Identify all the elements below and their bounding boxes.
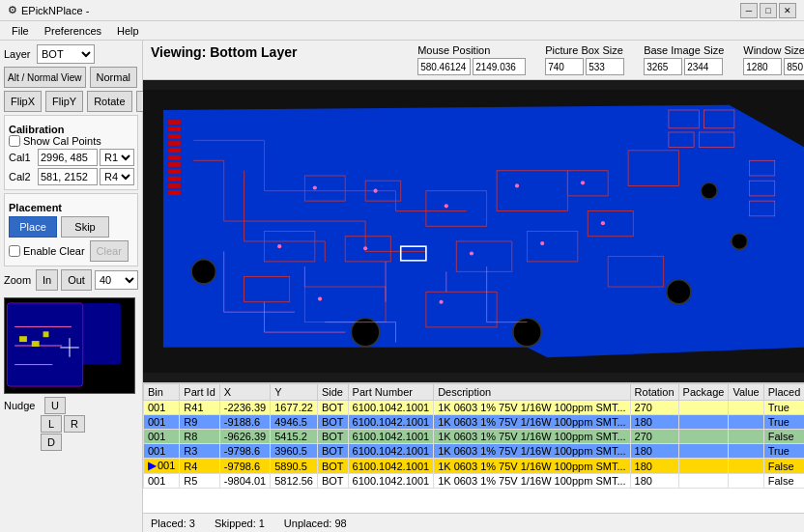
zoom-section: Zoom In Out 10203040506080100 [4,269,138,291]
col-header-partid: Part Id [180,384,219,401]
minimize-button[interactable]: ─ [740,3,758,18]
svg-point-43 [667,280,691,304]
base-h-input[interactable] [684,58,723,75]
view-title: Viewing: Bottom Layer [151,44,297,60]
close-button[interactable]: ✕ [779,3,796,18]
svg-rect-7 [32,341,40,347]
mouse-y-input[interactable] [473,58,526,75]
cell-value [729,459,763,474]
nudge-right-button[interactable]: R [64,415,85,433]
picture-size-label: Picture Box Size [545,44,624,56]
cell-package [678,430,729,444]
window-size-label: Window Size [743,44,804,56]
cell-x: -9798.6 [219,444,270,459]
alt-normal-button[interactable]: Alt / Normal View [4,67,86,88]
layer-select[interactable]: BOT TOP [37,44,95,64]
flipy-button[interactable]: FlipY [45,91,83,112]
cell-partnum: 6100.1042.1001 [348,430,434,444]
flip-row: FlipX FlipY Rotate label6 [4,91,138,112]
cal2-input[interactable] [38,168,98,185]
cell-rotation: 270 [630,401,678,415]
cell-y: 5890.5 [271,459,318,474]
cell-side: BOT [317,444,348,459]
zoom-in-button[interactable]: In [36,269,58,291]
cell-x: -9798.6 [219,459,270,474]
info-bar: Viewing: Bottom Layer Mouse Position Pic… [143,41,804,80]
svg-point-45 [732,234,748,250]
menu-help[interactable]: Help [109,23,147,39]
cal1-ref-select[interactable]: R1 [100,149,134,166]
rotate-button[interactable]: Rotate [87,91,131,112]
calibration-section: Calibration Show Cal Points Cal1 R1 Cal2… [4,115,138,190]
menu-file[interactable]: File [4,23,37,39]
pic-w-input[interactable] [545,58,584,75]
nudge-up-button[interactable]: U [44,397,66,414]
pcb-canvas-area[interactable] [143,80,804,382]
skip-button[interactable]: Skip [61,216,109,238]
svg-point-51 [470,251,474,255]
alt-normal-row: Alt / Normal View Normal [4,67,138,88]
mouse-x-input[interactable] [417,58,471,75]
table-row[interactable]: 001 R9 -9188.6 4946.5 BOT 6100.1042.1001… [144,415,805,430]
cell-desc: 1K 0603 1% 75V 1/16W 100ppm SMT... [434,474,630,489]
nudge-label-row: Nudge U [4,397,66,414]
zoom-select[interactable]: 10203040506080100 [95,270,138,290]
skipped-count: Skipped: 1 [215,518,265,529]
placement-header: Placement [9,202,133,213]
mouse-position-label: Mouse Position [417,44,526,56]
enable-clear-row: Enable Clear Clear [9,240,133,262]
maximize-button[interactable]: □ [760,3,777,18]
cal1-input[interactable] [38,149,98,166]
cell-bin: 001 [144,401,180,415]
cell-placed: True [763,401,804,415]
layer-label: Layer [4,48,33,60]
table-row[interactable]: 001 R8 -9626.39 5415.2 BOT 6100.1042.100… [144,430,805,444]
pcb-svg [143,80,804,382]
cell-value [729,415,763,430]
flipx-button[interactable]: FlipX [4,91,42,112]
mini-preview [4,297,135,394]
win-w-input[interactable] [743,58,782,75]
table-row[interactable]: 001 R3 -9798.6 3960.5 BOT 6100.1042.1001… [144,444,805,459]
svg-rect-16 [168,134,181,138]
cal2-ref-select[interactable]: R48 [100,168,134,185]
zoom-out-button[interactable]: Out [61,269,92,291]
cell-desc: 1K 0603 1% 75V 1/16W 100ppm SMT... [434,430,630,444]
cell-desc: 1K 0603 1% 75V 1/16W 100ppm SMT... [434,444,630,459]
col-header-desc: Description [434,384,630,401]
pic-h-input[interactable] [586,58,624,75]
menu-preferences[interactable]: Preferences [37,23,109,39]
svg-rect-19 [168,155,181,159]
show-cal-label: Show Cal Points [23,135,101,147]
svg-point-50 [445,204,448,208]
left-panel: Layer BOT TOP Alt / Normal View Normal F… [0,41,143,532]
place-button[interactable]: Place [9,216,57,238]
table-row[interactable]: ▶001 R4 -9798.6 5890.5 BOT 6100.1042.100… [144,459,805,474]
window-size-group: Window Size [743,44,804,75]
table-container[interactable]: Bin Part Id X Y Side Part Number Descrip… [143,383,804,513]
win-h-input[interactable] [784,58,804,75]
base-w-input[interactable] [644,58,682,75]
base-image-label: Base Image Size [644,44,724,56]
nudge-down-button[interactable]: D [41,434,62,451]
parts-table: Bin Part Id X Y Side Part Number Descrip… [143,383,804,489]
table-row[interactable]: 001 R41 -2236.39 1677.22 BOT 6100.1042.1… [144,401,805,415]
svg-marker-13 [163,105,804,358]
mini-pcb-canvas [5,298,134,393]
nudge-left-button[interactable]: L [41,415,62,433]
show-cal-checkbox[interactable] [9,135,20,147]
svg-rect-23 [168,183,181,187]
table-row[interactable]: 001 R5 -9804.01 5812.56 BOT 6100.1042.10… [144,474,805,489]
cell-side: BOT [317,415,348,430]
cell-y: 3960.5 [271,444,318,459]
cell-partid: R8 [180,430,219,444]
window-controls: ─ □ ✕ [740,3,796,18]
zoom-label: Zoom [4,274,33,286]
cell-y: 5415.2 [271,430,318,444]
normal-button[interactable]: Normal [90,67,137,88]
show-cal-row: Show Cal Points [9,135,133,147]
cell-value [729,444,763,459]
cell-placed: True [763,444,804,459]
clear-button[interactable]: Clear [90,240,129,262]
enable-clear-checkbox[interactable] [9,245,20,257]
